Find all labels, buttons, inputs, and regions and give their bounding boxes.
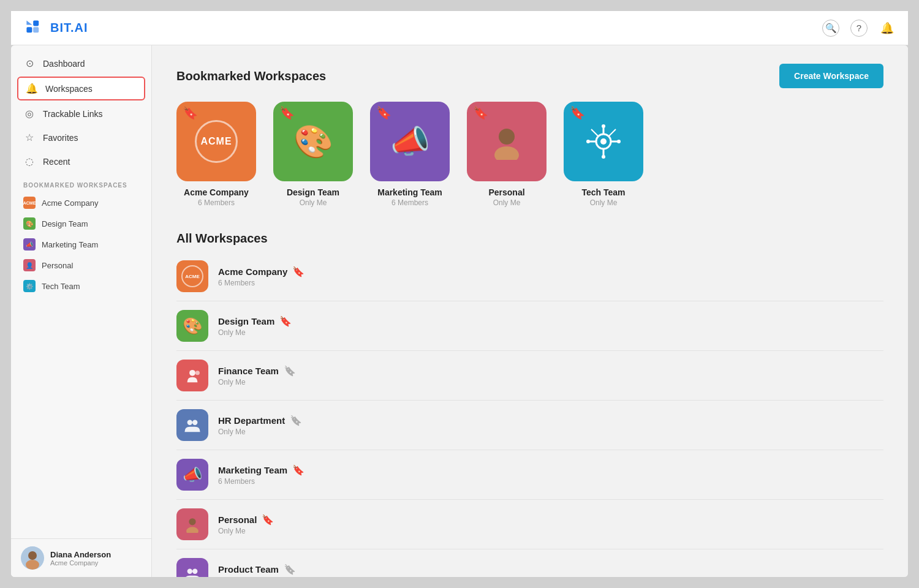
sidebar-item-favorites[interactable]: ☆ Favorites: [11, 126, 151, 149]
sidebar-ws-marketing[interactable]: 📣 Marketing Team: [11, 234, 151, 255]
list-name-personal: Personal 🔖: [218, 514, 883, 526]
list-name-hr: HR Department 🔖: [218, 415, 883, 426]
list-info-acme: Acme Company 🔖 6 Members: [218, 266, 883, 287]
all-workspaces-title: All Workspaces: [176, 232, 883, 246]
svg-line-19: [591, 129, 598, 136]
sidebar-item-workspaces[interactable]: 🔔 Workspaces: [17, 77, 145, 100]
list-item-product[interactable]: Product Team 🔖 Only Me: [176, 549, 883, 577]
list-item-design[interactable]: 🎨 Design Team 🔖 Only Me: [176, 301, 883, 351]
top-bar: BIT.AI 🔍 ? 🔔: [11, 11, 908, 45]
sidebar-ws-label-marketing: Marketing Team: [42, 240, 98, 249]
help-icon[interactable]: ?: [850, 20, 868, 37]
card-name-acme: Acme Company: [184, 187, 249, 197]
logo-icon: [23, 17, 45, 39]
svg-point-23: [187, 420, 192, 425]
list-info-personal: Personal 🔖 Only Me: [218, 514, 883, 535]
bookmark-icon-finance[interactable]: 🔖: [284, 365, 296, 377]
list-name-acme: Acme Company 🔖: [218, 266, 883, 277]
card-tech[interactable]: 🔖: [564, 102, 643, 207]
sidebar-item-label-dashboard: Dashboard: [43, 59, 85, 69]
sidebar-user[interactable]: Diana Anderson Acme Company: [11, 538, 151, 577]
svg-point-24: [192, 420, 197, 425]
svg-point-10: [600, 138, 607, 145]
svg-rect-1: [33, 20, 39, 26]
sidebar-ws-tech[interactable]: ⚙️ Tech Team: [11, 276, 151, 296]
card-icon-marketing: 🔖 📣: [370, 102, 450, 181]
list-item-hr[interactable]: HR Department 🔖 Only Me: [176, 401, 883, 450]
list-info-marketing: Marketing Team 🔖 6 Members: [218, 464, 883, 486]
bell-icon[interactable]: 🔔: [879, 20, 896, 37]
list-icon-personal: [176, 508, 208, 540]
sidebar-ws-icon-acme: ACME: [23, 197, 36, 209]
sidebar-item-trackable-links[interactable]: ◎ Trackable Links: [11, 102, 151, 126]
svg-point-21: [189, 370, 195, 376]
product-icon-svg: [184, 565, 201, 577]
bookmark-icon-personal[interactable]: 🔖: [262, 514, 274, 526]
bookmark-icon-acme[interactable]: 🔖: [292, 266, 304, 277]
logo-ai: .AI: [70, 21, 88, 34]
list-sub-personal: Only Me: [218, 527, 883, 535]
list-icon-hr: [176, 409, 208, 441]
personal-icon-svg: [184, 516, 201, 533]
avatar-svg: [21, 546, 44, 570]
sidebar-ws-icon-marketing: 📣: [23, 238, 36, 251]
workspaces-icon: 🔔: [26, 83, 38, 94]
create-workspace-button[interactable]: Create Workspace: [779, 64, 883, 88]
list-item-acme[interactable]: ACME Acme Company 🔖 6 Members: [176, 252, 883, 301]
sidebar-item-recent[interactable]: ◌ Recent: [11, 149, 151, 173]
card-sub-personal: Only Me: [493, 198, 521, 207]
card-icon-tech: 🔖: [564, 102, 643, 181]
sidebar-ws-design[interactable]: 🎨 Design Team: [11, 213, 151, 234]
list-sub-finance: Only Me: [218, 378, 883, 386]
card-sub-acme: 6 Members: [198, 198, 235, 207]
trackable-links-icon: ◎: [23, 108, 36, 119]
card-sub-marketing: 6 Members: [391, 198, 428, 207]
sidebar-ws-icon-personal: 👤: [23, 259, 36, 271]
svg-point-6: [26, 560, 39, 570]
svg-point-28: [192, 569, 197, 574]
card-marketing[interactable]: 🔖 📣 Marketing Team 6 Members: [370, 102, 450, 207]
svg-marker-3: [26, 20, 32, 24]
bookmark-flag-marketing: 🔖: [376, 105, 391, 120]
list-item-personal[interactable]: Personal 🔖 Only Me: [176, 500, 883, 549]
top-bar-icons: 🔍 ? 🔔: [822, 20, 896, 37]
list-info-hr: HR Department 🔖 Only Me: [218, 415, 883, 436]
bookmark-icon-hr[interactable]: 🔖: [290, 415, 302, 426]
all-workspaces-section: All Workspaces ACME Acme Company 🔖 6 Mem…: [176, 232, 883, 577]
sidebar-ws-acme[interactable]: ACME Acme Company: [11, 192, 151, 213]
logo-bit: BIT: [50, 21, 70, 34]
recent-icon: ◌: [23, 156, 36, 167]
bookmarked-title: Bookmarked Workspaces: [176, 69, 326, 83]
list-sub-acme: 6 Members: [218, 279, 883, 287]
card-personal[interactable]: 🔖 Personal Only Me: [467, 102, 546, 207]
bookmarked-section-header: Bookmarked Workspaces Create Workspace: [176, 64, 883, 88]
logo-text: BIT.AI: [50, 21, 88, 35]
sidebar-ws-label-acme: Acme Company: [42, 198, 98, 208]
bookmark-flag-acme: 🔖: [183, 105, 198, 120]
list-item-marketing[interactable]: 📣 Marketing Team 🔖 6 Members: [176, 450, 883, 500]
bookmark-icon-marketing[interactable]: 🔖: [292, 464, 304, 476]
list-sub-design: Only Me: [218, 328, 883, 337]
list-item-finance[interactable]: Finance Team 🔖 Only Me: [176, 351, 883, 401]
list-info-product: Product Team 🔖 Only Me: [218, 564, 883, 578]
search-icon[interactable]: 🔍: [822, 20, 839, 37]
list-sub-hr: Only Me: [218, 428, 883, 436]
card-acme[interactable]: 🔖 ACME Acme Company 6 Members: [176, 102, 256, 207]
card-name-tech: Tech Team: [581, 187, 625, 197]
bookmark-icon-design[interactable]: 🔖: [279, 315, 292, 327]
card-design[interactable]: 🔖 🎨 Design Team Only Me: [273, 102, 353, 207]
svg-point-8: [494, 146, 519, 160]
list-name-design: Design Team 🔖: [218, 315, 883, 327]
bookmark-icon-product[interactable]: 🔖: [284, 564, 296, 575]
sidebar-item-dashboard[interactable]: ⊙ Dashboard: [11, 51, 151, 75]
list-name-marketing: Marketing Team 🔖: [218, 464, 883, 476]
list-icon-marketing: 📣: [176, 459, 208, 491]
sidebar-ws-icon-design: 🎨: [23, 217, 36, 230]
tech-circuit-svg: [585, 123, 622, 160]
svg-point-16: [602, 155, 605, 159]
sidebar-item-label-recent: Recent: [43, 157, 70, 167]
sidebar-ws-personal[interactable]: 👤 Personal: [11, 255, 151, 276]
list-info-design: Design Team 🔖 Only Me: [218, 315, 883, 337]
svg-line-20: [609, 129, 616, 136]
svg-point-15: [602, 124, 605, 128]
